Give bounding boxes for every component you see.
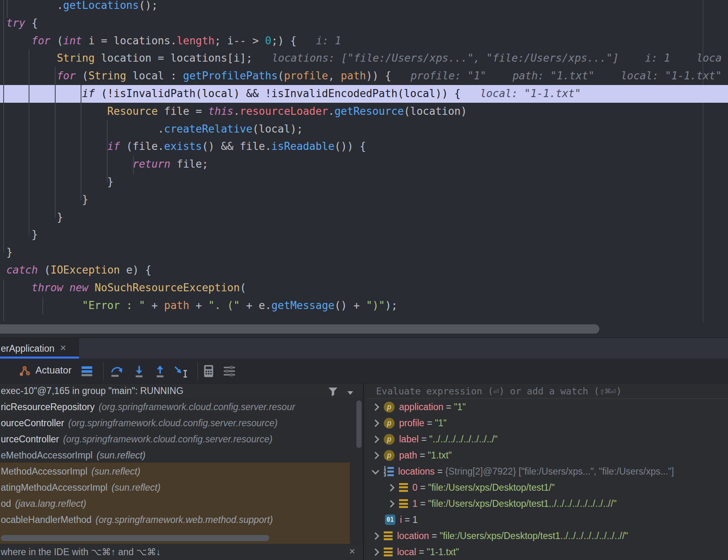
step-out-button[interactable] [153,364,167,378]
tab-close-icon[interactable]: × [60,342,66,354]
dropdown-chevron-icon[interactable] [347,389,353,396]
code-line[interactable]: for (String local : getProfilePaths(prof… [0,67,728,85]
variable-name: 1 [412,498,418,509]
code-line[interactable]: catch (IOException e) { [0,261,728,279]
code-token: + [145,299,164,311]
watch-row[interactable]: location = "file:/Users/xps/Desktop/test… [365,528,728,544]
variable-name: locations [398,466,435,477]
equals-sign: = [435,466,445,477]
code-line[interactable]: try { [0,15,728,32]
code-area[interactable]: .getLocations(); try { for (int i = loca… [0,0,728,314]
code-line[interactable]: .createRelative(local); [0,120,728,138]
indent-guide [133,156,134,174]
thread-selector[interactable]: exec-10"@7,165 in group "main": RUNNING [0,384,363,399]
frame-class-name: ourceController [1,418,64,429]
variable-name: label [399,434,419,445]
code-token: ( [38,264,50,276]
code-line[interactable]: Resource file = this.resourceLoader.getR… [0,103,728,120]
watch-row[interactable]: local = "1-1.txt" [365,544,728,560]
code-line[interactable]: } [0,226,728,244]
code-token: length [177,35,214,47]
stack-frame[interactable]: MethodAccessorImpl(sun.reflect) [0,463,363,479]
variable-value: "../../../../../../../../" [429,434,498,445]
code-token: ()) { [335,140,366,152]
code-line[interactable]: throw new NoSuchResourceException( [0,279,728,297]
frame-class-name: atingMethodAccessorImpl [1,482,108,493]
expand-chevron-icon[interactable] [372,548,379,556]
code-line[interactable]: "Error : " + path + ". (" + e.getMessage… [0,297,728,315]
code-line[interactable]: for (int i = locations.length; i-- > 0;)… [0,32,728,50]
code-token: (!isInvalidPath(local) && !isInvalidEnco… [95,87,461,100]
editor-hscroll-track[interactable] [0,322,728,338]
array-icon: 123 [384,466,394,477]
code-line[interactable]: } [0,191,728,209]
parameter-icon: p [384,450,395,461]
expand-chevron-icon[interactable] [372,532,379,539]
stack-frame[interactable]: od(java.lang.reflect) [0,496,363,512]
actuator-icon[interactable] [18,364,31,378]
expand-chevron-icon[interactable] [387,484,394,491]
watch-row[interactable]: papplication = "1" [365,399,728,415]
indent-guide [81,85,81,200]
inline-debug-hint: path: "1.txt" [512,70,595,82]
variable-value: "1.txt" [428,450,452,461]
frame-package: (sun.reflect) [92,466,140,477]
stack-frame[interactable]: ourceController(org.springframework.clou… [0,415,363,431]
layout-settings-button[interactable] [223,364,236,378]
evaluate-expression-button[interactable] [202,364,215,378]
frame-class-name: MethodAccessorImpl [1,466,87,477]
step-into-button[interactable] [132,364,146,378]
code-line[interactable]: if (file.exists() && file.isReadable()) … [0,138,728,156]
expand-chevron-icon[interactable] [372,419,379,427]
parameter-icon: p [384,434,395,445]
actuator-tab-label[interactable]: Actuator [35,365,71,376]
code-token: createRelative [164,123,252,135]
frame-class-name: od [1,498,11,509]
editor-hscroll-thumb[interactable] [0,324,599,334]
stack-frame[interactable]: ricResourceRepository(org.springframewor… [0,399,363,415]
code-token: try [6,17,25,29]
variable-name: 0 [412,482,418,493]
code-line[interactable]: } [0,173,728,191]
code-line[interactable]: } [0,209,728,226]
code-token: 0 [265,35,272,47]
code-line[interactable]: String location = locations[i];locations… [0,50,728,67]
watch-row[interactable]: 1 = "file:/Users/xps/Desktop/test1../../… [365,496,728,512]
code-line[interactable]: } [0,244,728,261]
filter-icon[interactable] [327,386,339,399]
expand-chevron-icon[interactable] [372,436,379,443]
execution-line[interactable]: if (!isInvalidPath(local) && !isInvalidE… [0,85,728,103]
code-token: new [69,282,88,294]
variable-name: location [397,531,429,541]
frames-hscroll-thumb[interactable] [1,535,269,541]
view-bars-button[interactable] [80,364,94,378]
expand-chevron-icon[interactable] [372,452,379,459]
code-token: () + [335,299,366,311]
code-editor[interactable]: .getLocations(); try { for (int i = loca… [0,0,728,322]
stack-frame[interactable]: atingMethodAccessorImpl(sun.reflect) [0,479,363,496]
watch-row[interactable]: 01i = 1 [365,512,728,528]
watch-row[interactable]: plabel = "../../../../../../../../" [365,431,728,447]
stack-frame[interactable]: eMethodAccessorImpl(sun.reflect) [0,447,363,463]
code-token: profile [284,70,328,82]
code-token: String [88,70,126,82]
tab-debugger-application[interactable]: erApplication × [0,338,79,359]
code-token: ( [50,35,63,47]
evaluate-expression-field[interactable]: Evaluate expression (⏎) or add a watch (… [365,384,728,399]
watch-row[interactable]: 123locations = {String[2]@7922} ["file:/… [365,463,728,479]
expand-chevron-icon[interactable] [372,403,379,411]
code-line[interactable]: return file; [0,156,728,173]
code-token: )) { [366,70,391,82]
watch-row[interactable]: ppath = "1.txt" [365,447,728,463]
expand-chevron-icon[interactable] [387,500,394,507]
step-over-button[interactable] [110,364,123,378]
variable-value: "1-1.txt" [427,547,459,558]
watch-row[interactable]: pprofile = "1" [365,415,728,431]
collapse-chevron-icon[interactable] [372,467,379,474]
code-line[interactable]: .getLocations(); [0,0,728,15]
watch-row[interactable]: 0 = "file:/Users/xps/Desktop/test1/" [365,479,728,496]
run-to-cursor-button[interactable] [173,364,187,378]
stack-frame[interactable]: ocableHandlerMethod(org.springframework.… [0,512,363,528]
stack-frame[interactable]: urceController(org.springframework.cloud… [0,431,363,447]
hint-close-icon[interactable]: × [349,545,355,558]
